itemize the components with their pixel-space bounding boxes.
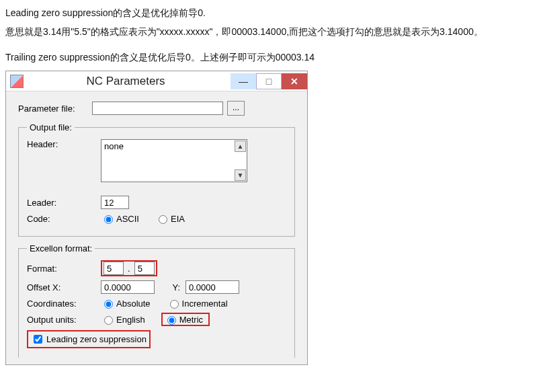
header-textarea[interactable]: none ▲ ▼	[101, 139, 247, 182]
offsety-label: Y:	[155, 282, 185, 292]
code-eia-text: EIA	[171, 214, 185, 224]
lzs-input[interactable]	[34, 335, 42, 344]
header-label: Header:	[27, 139, 101, 149]
format-highlight: .	[101, 260, 157, 276]
desc-line2: 意思就是3.14用"5.5"的格式应表示为"xxxxx.xxxxx"，即0000…	[5, 24, 532, 40]
offsetx-input[interactable]	[101, 280, 155, 294]
coords-incremental-radio[interactable]: Incremental	[167, 298, 228, 309]
format-dec-input[interactable]	[134, 262, 155, 275]
coords-absolute-radio[interactable]: Absolute	[101, 298, 151, 309]
units-english-text: English	[116, 315, 145, 325]
coords-incremental-text: Incremental	[182, 299, 228, 309]
offsety-input[interactable]	[185, 280, 239, 294]
header-value: none	[104, 141, 124, 151]
units-metric-text: Metric	[179, 315, 203, 325]
app-icon	[10, 75, 24, 88]
units-metric-radio[interactable]: Metric	[164, 314, 203, 325]
code-eia-radio[interactable]: EIA	[155, 213, 185, 224]
excellon-legend: Excellon format:	[27, 243, 95, 253]
scroll-up-icon[interactable]: ▲	[235, 141, 246, 152]
leader-input[interactable]	[101, 196, 129, 209]
code-ascii-input[interactable]	[104, 215, 113, 224]
coords-label: Coordinates:	[27, 299, 101, 309]
code-label: Code:	[27, 214, 101, 224]
units-metric-highlight: Metric	[161, 313, 210, 326]
desc-line3: Trailing zero suppression的含义是优化后导0。上述例子即…	[5, 50, 532, 66]
minimize-button[interactable]: —	[231, 73, 256, 89]
coords-absolute-text: Absolute	[116, 299, 151, 309]
parameter-file-input[interactable]	[92, 102, 223, 115]
units-english-input[interactable]	[104, 316, 113, 325]
format-int-input[interactable]	[104, 262, 124, 275]
output-file-legend: Output file:	[27, 122, 75, 132]
lzs-text: Leading zero suppression	[46, 334, 147, 344]
leader-label: Leader:	[27, 198, 101, 208]
units-metric-input[interactable]	[167, 316, 176, 325]
lzs-highlight: Leading zero suppression	[27, 330, 151, 348]
units-label: Output units:	[27, 315, 101, 325]
coords-absolute-input[interactable]	[104, 300, 113, 309]
description-block: Leading zero suppression的含义是优化掉前导0. 意思就是…	[5, 5, 532, 65]
client-area: Parameter file: ... Output file: Header:…	[6, 91, 307, 364]
excellon-group: Excellon format: Format: . Offset X: Y: …	[18, 243, 295, 358]
units-english-radio[interactable]: English	[101, 314, 145, 325]
desc-line1: Leading zero suppression的含义是优化掉前导0.	[5, 5, 532, 22]
browse-button[interactable]: ...	[227, 101, 245, 116]
scroll-down-icon[interactable]: ▼	[235, 169, 246, 181]
titlebar: NC Parameters — □ ✕	[6, 71, 307, 91]
close-button[interactable]: ✕	[282, 73, 307, 89]
leading-zero-suppression-checkbox[interactable]: Leading zero suppression	[31, 333, 147, 346]
code-ascii-text: ASCII	[116, 214, 139, 224]
coords-incremental-input[interactable]	[170, 300, 179, 309]
output-file-group: Output file: Header: none ▲ ▼ Leader: Co…	[18, 122, 295, 237]
offsetx-label: Offset X:	[27, 282, 101, 292]
code-ascii-radio[interactable]: ASCII	[101, 213, 139, 224]
nc-parameters-window: NC Parameters — □ ✕ Parameter file: ... …	[5, 71, 308, 365]
parameter-file-label: Parameter file:	[18, 104, 92, 114]
window-title: NC Parameters	[28, 75, 231, 88]
format-dot: .	[128, 264, 130, 274]
maximize-button[interactable]: □	[256, 73, 282, 89]
format-label: Format:	[27, 264, 101, 274]
code-eia-input[interactable]	[159, 215, 167, 224]
